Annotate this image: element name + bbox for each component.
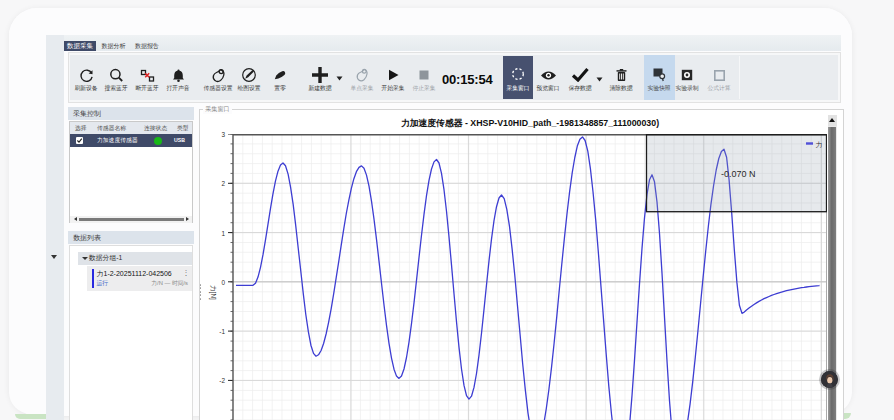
svg-text:力: 力 [816,141,823,148]
svg-text:-0.070 N: -0.070 N [721,169,756,179]
